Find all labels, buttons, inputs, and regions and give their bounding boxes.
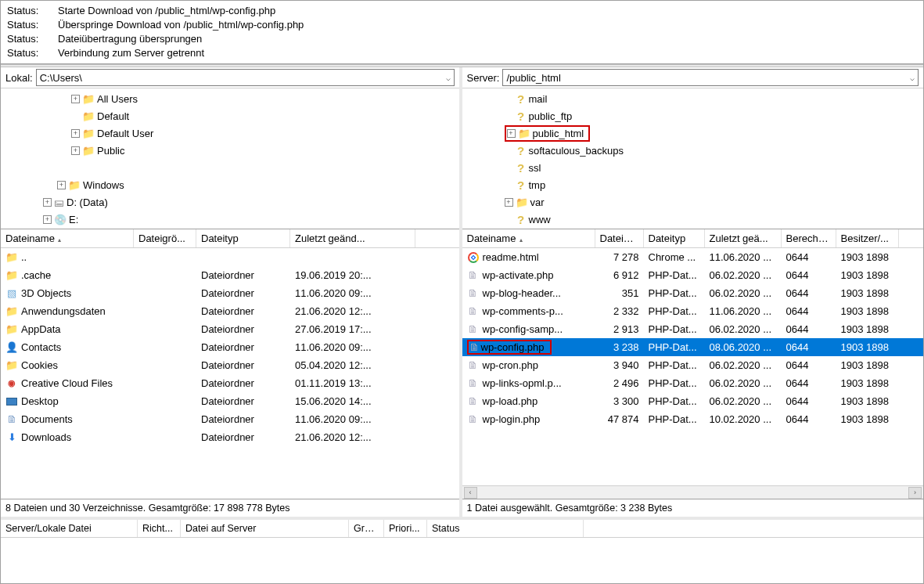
remote-path-input[interactable]: /public_html ⌵ [502, 69, 919, 86]
folder-icon: 📁 [516, 196, 528, 208]
file-row[interactable]: 📁CookiesDateiordner05.04.2020 12:... [1, 356, 459, 374]
tree-expander[interactable]: + [43, 198, 52, 207]
file-row[interactable]: 🗎wp-activate.php6 912PHP-Dat...06.02.202… [462, 266, 924, 284]
column-header[interactable]: Berechti... [782, 229, 836, 247]
contacts-icon: 👤 [5, 341, 18, 353]
tree-expander[interactable]: + [505, 198, 513, 207]
column-header[interactable]: Besitzer/... [836, 229, 899, 247]
log-message: Dateiübertragung übersprungen [58, 32, 202, 46]
remote-horizontal-scrollbar[interactable]: ‹ › [462, 485, 924, 499]
remote-file-rows[interactable]: readme.html7 278Chrome ...11.06.2020 ...… [462, 248, 924, 485]
file-row[interactable]: 🗎wp-config-samp...2 913PHP-Dat...06.02.2… [462, 320, 924, 338]
file-row[interactable]: ▧3D ObjectsDateiordner11.06.2020 09:... [1, 284, 459, 302]
column-header[interactable]: Dateigr... [595, 229, 644, 247]
tree-item[interactable]: +💿E: [1, 211, 459, 228]
column-header[interactable]: Richt... [138, 520, 181, 537]
scroll-right-button[interactable]: › [908, 487, 922, 499]
file-row[interactable]: 🗎wp-blog-header...351PHP-Dat...06.02.202… [462, 284, 924, 302]
file-type: Dateiordner [196, 413, 290, 425]
tree-item[interactable]: +📁public_html [462, 124, 924, 142]
column-header[interactable]: Zuletzt geänd... [290, 229, 415, 247]
folder-icon: 📁 [82, 128, 95, 139]
file-row[interactable]: 📁AnwendungsdatenDateiordner21.06.2020 12… [1, 302, 459, 320]
tree-item[interactable]: ?ssl [462, 159, 924, 176]
scroll-left-button[interactable]: ‹ [464, 487, 477, 499]
tree-expander[interactable]: + [71, 95, 80, 103]
tree-item[interactable] [1, 159, 459, 176]
file-row[interactable]: 📁.. [1, 248, 459, 266]
file-row[interactable]: 🗎DocumentsDateiordner11.06.2020 09:... [1, 410, 459, 428]
remote-file-headers[interactable]: Dateiname ▴Dateigr...DateitypZuletzt geä… [462, 229, 924, 248]
local-pane: Lokal: C:\Users\ ⌵ +📁All Users📁Default+📁… [1, 67, 462, 517]
column-header[interactable]: Server/Lokale Datei [1, 520, 138, 537]
tree-item[interactable]: 📁Default [1, 107, 459, 124]
log-label: Status: [7, 32, 50, 46]
file-row[interactable]: 🗎wp-links-opml.p...2 496PHP-Dat...06.02.… [462, 374, 924, 392]
file-row[interactable]: 📁AppDataDateiordner27.06.2019 17:... [1, 320, 459, 338]
file-name: Contacts [21, 341, 61, 353]
file-row[interactable]: readme.html7 278Chrome ...11.06.2020 ...… [462, 248, 924, 266]
tree-expander[interactable]: + [57, 181, 66, 189]
queue-headers[interactable]: Server/Lokale DateiRicht...Datei auf Ser… [1, 520, 923, 538]
log-row: Status:Starte Download von /public_html/… [7, 4, 917, 18]
file-row[interactable]: 🗎wp-load.php3 300PHP-Dat...06.02.2020 ..… [462, 392, 924, 410]
column-header[interactable]: Dateiname ▴ [462, 229, 595, 247]
tree-expander[interactable]: + [43, 215, 52, 224]
column-header[interactable]: Status [427, 520, 584, 537]
tree-item[interactable]: ?tmp [462, 176, 924, 193]
tree-item[interactable]: ?softaculous_backups [462, 142, 924, 159]
remote-tree[interactable]: ?mail?public_ftp+📁public_html?softaculou… [462, 88, 924, 229]
tree-item[interactable]: +📁Windows [1, 176, 459, 193]
column-header[interactable]: Größe [349, 520, 384, 537]
column-header[interactable]: Dateityp [644, 229, 705, 247]
file-row[interactable]: ⬇DownloadsDateiordner21.06.2020 12:... [1, 428, 459, 446]
tree-item[interactable]: ?public_ftp [462, 107, 924, 124]
unknown-icon: ? [516, 144, 527, 157]
tree-item-label: public_html [533, 128, 584, 139]
tree-item[interactable]: ?mail [462, 90, 924, 107]
file-permissions: 0644 [782, 287, 836, 299]
documents-icon: 🗎 [5, 413, 18, 425]
file-owner: 1903 1898 [836, 413, 899, 425]
file-date: 11.06.2020 ... [705, 251, 782, 263]
tree-item[interactable]: +📁All Users [1, 90, 459, 107]
column-header[interactable]: Dateiname ▴ [1, 229, 134, 247]
local-file-rows[interactable]: 📁..📁.cacheDateiordner19.06.2019 20:...▧3… [1, 248, 459, 499]
queue-body[interactable] [1, 538, 923, 583]
file-row[interactable]: 🗎wp-config.php3 238PHP-Dat...08.06.2020 … [462, 338, 924, 356]
tree-item[interactable]: +📁var [462, 193, 924, 211]
file-row[interactable]: 🗎wp-comments-p...2 332PHP-Dat...11.06.20… [462, 302, 924, 320]
local-tree[interactable]: +📁All Users📁Default+📁Default User+📁Publi… [1, 88, 459, 229]
column-header[interactable]: Zuletzt geä... [705, 229, 782, 247]
file-row[interactable]: 📁.cacheDateiordner19.06.2019 20:... [1, 266, 459, 284]
chevron-down-icon[interactable]: ⌵ [910, 74, 915, 82]
file-row[interactable]: DesktopDateiordner15.06.2020 14:... [1, 392, 459, 410]
file-row[interactable]: ◉Creative Cloud FilesDateiordner01.11.20… [1, 374, 459, 392]
tree-item[interactable]: +📁Default User [1, 124, 459, 142]
file-row[interactable]: 👤ContactsDateiordner11.06.2020 09:... [1, 338, 459, 356]
file-row[interactable]: 🗎wp-cron.php3 940PHP-Dat...06.02.2020 ..… [462, 356, 924, 374]
tree-item-label: softaculous_backups [529, 145, 624, 157]
local-file-headers[interactable]: Dateiname ▴Dateigrö...DateitypZuletzt ge… [1, 229, 459, 248]
tree-item[interactable]: +🖴D: (Data) [1, 193, 459, 211]
local-path-input[interactable]: C:\Users\ ⌵ [36, 69, 455, 86]
tree-item[interactable]: ?www [462, 211, 924, 228]
tree-expander[interactable]: + [71, 129, 80, 138]
tree-item[interactable]: +📁Public [1, 142, 459, 159]
tree-item-label: Default [97, 110, 129, 122]
file-date: 06.02.2020 ... [705, 359, 782, 371]
tree-expander[interactable]: + [71, 146, 80, 155]
file-row[interactable]: 🗎wp-login.php47 874PHP-Dat...10.02.2020 … [462, 410, 924, 428]
column-header[interactable]: Dateigrö... [134, 229, 196, 247]
column-header[interactable]: Dateityp [196, 229, 290, 247]
file-date: 05.04.2020 12:... [290, 359, 415, 371]
file-type: Dateiordner [196, 287, 290, 299]
tree-item-label: D: (Data) [67, 196, 108, 208]
tree-expander[interactable]: + [507, 129, 516, 138]
chevron-down-icon[interactable]: ⌵ [446, 74, 451, 82]
tree-item-label: All Users [97, 93, 138, 105]
file-size: 3 238 [595, 341, 644, 353]
column-header[interactable]: Priori... [384, 520, 427, 537]
folder-icon: 📁 [82, 110, 95, 122]
column-header[interactable]: Datei auf Server [181, 520, 349, 537]
